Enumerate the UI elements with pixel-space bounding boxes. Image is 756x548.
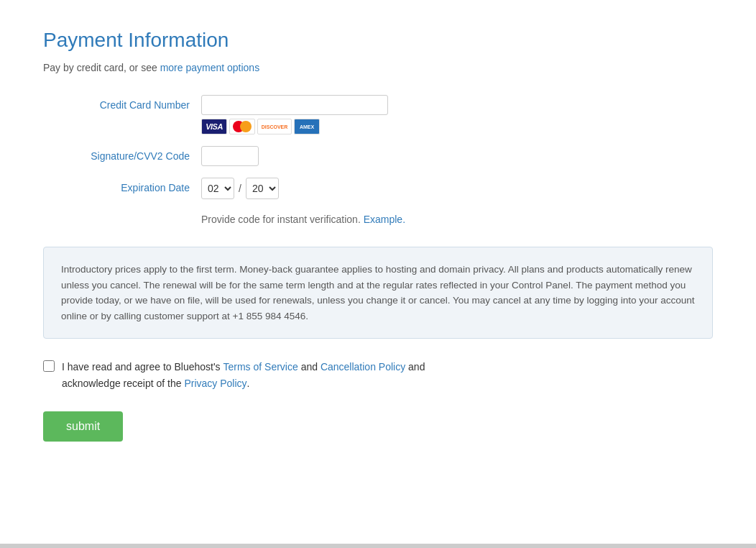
- page-title: Payment Information: [43, 29, 713, 52]
- credit-card-label: Credit Card Number: [43, 95, 201, 111]
- cvv-input[interactable]: [201, 146, 259, 166]
- credit-card-input-group: VISA DISCOVER AMEX: [201, 95, 388, 134]
- verification-example-link[interactable]: Example.: [364, 214, 405, 225]
- agreement-text: I have read and agree to Bluehost's Term…: [62, 359, 425, 391]
- info-box: Introductory prices apply to the first t…: [43, 247, 713, 339]
- credit-card-row: Credit Card Number VISA: [43, 95, 713, 134]
- cancellation-policy-link[interactable]: Cancellation Policy: [321, 361, 405, 373]
- cvv-input-group: [201, 146, 259, 166]
- info-box-text: Introductory prices apply to the first t…: [61, 264, 695, 321]
- more-payment-options-link[interactable]: more payment options: [160, 62, 260, 73]
- agreement-and2: and: [405, 361, 425, 373]
- verification-note: Provide code for instant verification. E…: [201, 214, 713, 225]
- bottom-bar: [0, 544, 756, 548]
- expiration-label: Expiration Date: [43, 178, 201, 193]
- agreement-section: I have read and agree to Bluehost's Term…: [43, 359, 713, 391]
- agreement-checkbox[interactable]: [43, 360, 55, 372]
- agreement-period: .: [247, 378, 250, 389]
- agreement-prefix: I have read and agree to Bluehost's: [62, 361, 223, 373]
- payment-form: Credit Card Number VISA: [43, 95, 713, 199]
- tos-link[interactable]: Terms of Service: [223, 361, 298, 373]
- submit-button[interactable]: submit: [43, 411, 123, 442]
- credit-card-input[interactable]: [201, 95, 388, 115]
- subtitle: Pay by credit card, or see more payment …: [43, 62, 713, 73]
- expiration-year-select[interactable]: 19 20 21 22 23 24 25 26 27 28 29 30: [246, 178, 279, 199]
- amex-icon: AMEX: [294, 119, 320, 134]
- agreement-suffix: acknowledge receipt of the: [62, 378, 184, 389]
- mc-yellow-circle: [240, 121, 252, 132]
- card-icons: VISA DISCOVER AMEX: [201, 119, 388, 134]
- agreement-and1: and: [298, 361, 321, 373]
- verification-text: Provide code for instant verification.: [201, 214, 361, 225]
- mastercard-icon: [229, 119, 255, 134]
- expiration-row: Expiration Date 01 02 03 04 05 06 07 08 …: [43, 178, 713, 199]
- subtitle-text: Pay by credit card, or see: [43, 62, 160, 73]
- page-container: Payment Information Pay by credit card, …: [0, 0, 756, 548]
- expiration-input-group: 01 02 03 04 05 06 07 08 09 10 11 12 / 19…: [201, 178, 279, 199]
- privacy-policy-link[interactable]: Privacy Policy: [184, 378, 246, 389]
- expiration-month-select[interactable]: 01 02 03 04 05 06 07 08 09 10 11 12: [201, 178, 234, 199]
- cvv-label: Signature/CVV2 Code: [43, 146, 201, 162]
- expiration-separator: /: [239, 183, 241, 194]
- discover-icon: DISCOVER: [257, 119, 292, 134]
- visa-icon: VISA: [201, 119, 227, 134]
- cvv-row: Signature/CVV2 Code: [43, 146, 713, 166]
